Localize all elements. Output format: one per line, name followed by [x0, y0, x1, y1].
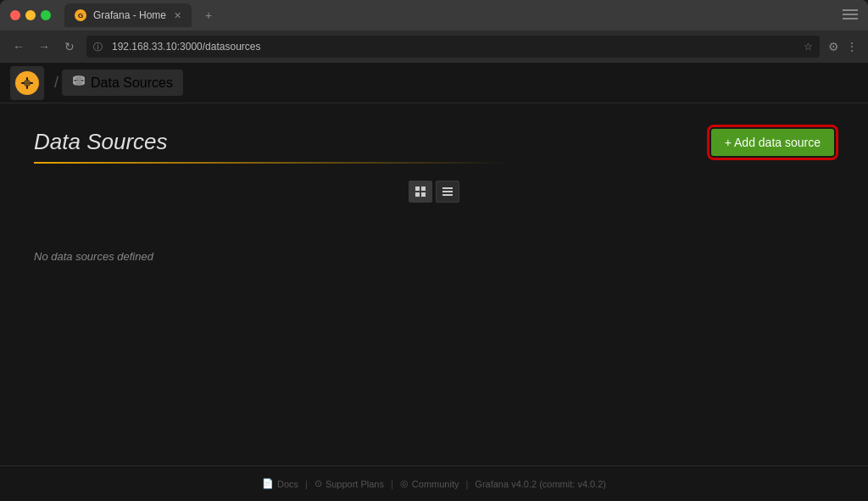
svg-rect-12	[415, 186, 420, 191]
browser-window: G Grafana - Home ✕ + ← → ↻ ⓘ 192.168.33.…	[0, 0, 868, 63]
grafana-logo-icon	[15, 71, 39, 95]
new-tab-button[interactable]: +	[198, 5, 219, 25]
list-icon	[442, 186, 453, 198]
support-icon: ⊙	[314, 478, 322, 489]
svg-rect-6	[26, 86, 28, 89]
svg-rect-0	[843, 9, 858, 11]
list-view-button[interactable]	[436, 181, 459, 203]
grid-view-button[interactable]	[409, 181, 432, 203]
page-title: Data Sources	[34, 129, 711, 155]
datasource-nav-icon	[72, 75, 86, 91]
forward-button[interactable]: →	[36, 40, 53, 53]
svg-rect-5	[26, 77, 28, 81]
browser-menu-icon[interactable]	[843, 8, 858, 22]
community-icon: ◎	[400, 478, 409, 489]
page-title-section: Data Sources	[34, 129, 711, 164]
support-link[interactable]: ⊙ Support Plans	[314, 478, 384, 489]
browser-actions: ⚙ ⋮	[828, 40, 858, 53]
svg-rect-15	[421, 192, 426, 197]
grafana-logo[interactable]	[10, 66, 44, 100]
traffic-lights	[10, 10, 51, 20]
url-text: 192.168.33.10:3000/datasources	[112, 41, 260, 53]
breadcrumb-label: Data Sources	[91, 75, 173, 91]
footer-sep-2: |	[391, 479, 393, 489]
tab-favicon-icon: G	[75, 9, 86, 21]
browser-titlebar: G Grafana - Home ✕ +	[0, 0, 868, 31]
app-navbar: / Data Sources	[0, 63, 868, 103]
view-toggle-container	[34, 181, 834, 220]
maximize-window-button[interactable]	[41, 10, 51, 20]
refresh-button[interactable]: ↻	[61, 40, 78, 53]
footer-sep-1: |	[305, 479, 308, 489]
close-window-button[interactable]	[10, 10, 20, 20]
add-data-source-button[interactable]: + Add data source	[711, 129, 834, 156]
svg-rect-2	[843, 18, 858, 19]
tab-close-button[interactable]: ✕	[174, 10, 181, 21]
app-container: / Data Sources Data Sources + Add data s…	[0, 63, 868, 501]
main-content: Data Sources + Add data source	[0, 103, 868, 465]
docs-label: Docs	[277, 479, 298, 489]
community-link[interactable]: ◎ Community	[400, 478, 459, 489]
svg-rect-8	[30, 82, 33, 84]
empty-state-message: No data sources defined	[34, 233, 834, 280]
svg-rect-7	[21, 82, 25, 84]
svg-rect-16	[442, 187, 453, 189]
bookmark-icon[interactable]: ☆	[804, 41, 813, 53]
back-button[interactable]: ←	[10, 40, 27, 53]
breadcrumb-datasources[interactable]: Data Sources	[62, 70, 183, 96]
lock-icon: ⓘ	[93, 41, 103, 53]
app-footer: 📄 Docs | ⊙ Support Plans | ◎ Community |…	[0, 465, 868, 501]
svg-rect-18	[442, 194, 453, 196]
svg-rect-14	[415, 192, 420, 197]
svg-rect-17	[442, 191, 453, 192]
docs-icon: 📄	[262, 478, 274, 489]
minimize-window-button[interactable]	[25, 10, 36, 20]
browser-addressbar: ← → ↻ ⓘ 192.168.33.10:3000/datasources ☆…	[0, 31, 868, 63]
svg-point-4	[24, 80, 31, 86]
browser-menu-button[interactable]: ⋮	[846, 40, 858, 53]
extensions-icon[interactable]: ⚙	[828, 40, 839, 53]
version-text: Grafana v4.0.2 (commit: v4.0.2)	[475, 479, 606, 489]
svg-rect-13	[421, 186, 426, 191]
footer-sep-3: |	[465, 479, 468, 489]
page-header: Data Sources + Add data source	[34, 129, 834, 164]
tab-title: Grafana - Home	[93, 9, 166, 21]
breadcrumb-separator: /	[54, 74, 58, 92]
browser-tab[interactable]: G Grafana - Home ✕	[64, 3, 192, 27]
community-label: Community	[412, 479, 459, 489]
support-label: Support Plans	[326, 479, 384, 489]
view-toggle	[409, 181, 459, 203]
page-title-underline	[34, 162, 509, 164]
docs-link[interactable]: 📄 Docs	[262, 478, 298, 489]
address-bar[interactable]: ⓘ 192.168.33.10:3000/datasources ☆	[86, 36, 820, 58]
grid-icon	[415, 186, 426, 198]
svg-rect-1	[843, 14, 858, 15]
